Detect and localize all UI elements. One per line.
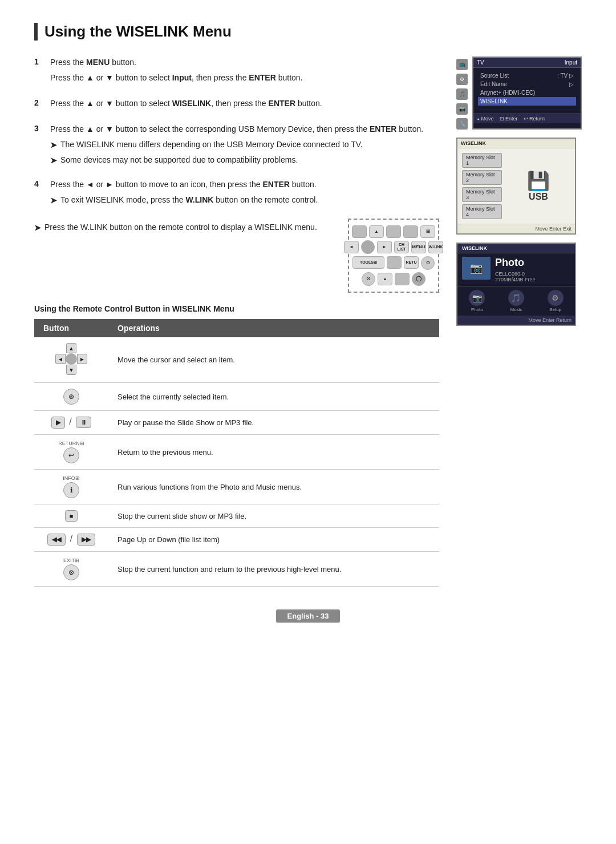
footer-badge: English - 33 (276, 609, 341, 623)
table-row: ◀◀ / ▶▶ Page Up or Down (file list item) (34, 528, 439, 552)
btn-enter-cell: ⊛ (34, 383, 108, 411)
step-2: 2 Press the ▲ or ▼ button to select WISE… (34, 98, 439, 113)
step-4-content: Press the ◄ or ► button to move to an ic… (50, 179, 439, 208)
step-3-number: 3 (34, 123, 44, 133)
dpad-up: ▲ (66, 343, 76, 353)
step-4-number: 4 (34, 179, 44, 188)
rkey-right: ► (377, 241, 392, 253)
rkey-up2: ▲ (378, 273, 392, 285)
source-value: : TV ▷ (557, 72, 574, 79)
page-title: Using the WISELINK Menu (34, 23, 582, 41)
btn-exit-cell: EXIT⊞ ⊗ (34, 552, 108, 587)
setup-circle-icon: ⚙ (548, 290, 564, 306)
ff-button: ▶▶ (77, 534, 95, 546)
tv-footer-enter: ⊡ Enter (500, 116, 518, 122)
music-icon-label: Music (510, 307, 522, 312)
anynet-label: Anynet+ (HDMI-CEC) (480, 90, 535, 96)
tools-icon: 🔧 (456, 118, 468, 130)
rkey-ret-circle: ⊙ (421, 256, 435, 270)
usb-screen-header: WISELINK (457, 139, 575, 148)
play-button: ▶ (51, 417, 65, 429)
photo-screen: WISELINK 📷 Photo CELLC060-0 270MB/4MB Fr… (456, 243, 576, 326)
photo-info-2: 270MB/4MB Free (495, 277, 536, 282)
step-3-note-1: ➤ The WISELINK menu differs depending on… (50, 139, 439, 151)
note-arrow-2: ➤ (50, 155, 57, 167)
note-2-text: Some devices may not be supported due to… (60, 154, 298, 166)
note-arrow-4: ➤ (50, 195, 57, 207)
setup-icon-label: Setup (549, 307, 561, 312)
table-row: ⊛ Select the currently selected item. (34, 383, 439, 411)
photo-icon-music: 🎵 Music (508, 290, 524, 312)
table-row: EXIT⊞ ⊗ Stop the current function and re… (34, 552, 439, 587)
dpad-left: ◄ (55, 354, 66, 364)
editname-arrow: ▷ (569, 81, 574, 87)
step-2-number: 2 (34, 98, 44, 107)
tv-footer-move: ⬥ Move (477, 116, 494, 122)
exit-label: EXIT⊞ (63, 558, 79, 563)
tv-menu-anynet: Anynet+ (HDMI-CEC) (478, 88, 576, 97)
tv-menu-editname: Edit Name ▷ (478, 80, 576, 88)
rewind-button: ◀◀ (47, 534, 66, 546)
remote-note-text-wrap: ➤ Press the W.LINK button on the remote … (34, 219, 339, 236)
tv-menu-source: Source List : TV ▷ (478, 71, 576, 80)
tv-footer-return: ↩ Return (524, 116, 545, 122)
usb-screen: WISELINK Memory Slot 1 Memory Slot 2 Mem… (456, 138, 576, 235)
usb-slot-4: Memory Slot 4 (462, 204, 502, 219)
table-section-title: Using the Remote Control Button in WISEL… (34, 304, 439, 313)
usb-slots: Memory Slot 1 Memory Slot 2 Memory Slot … (462, 153, 502, 219)
table-row: ▶ / ⏸ Play or pause the Slide Show or MP… (34, 411, 439, 435)
dpad-button: ▲ ▼ ◄ ► (55, 343, 87, 375)
step-2-content: Press the ▲ or ▼ button to select WISELI… (50, 98, 439, 113)
usb-drive-icon: 💾 (527, 170, 550, 192)
rkey-left: ◄ (344, 241, 359, 253)
exit-button: ⊗ (63, 564, 79, 580)
step-1-number: 1 (34, 56, 44, 66)
photo-icon-side: 📷 (456, 103, 468, 115)
media-icon: 🎵 (456, 88, 468, 100)
right-column: 📺 ⚙ 🎵 📷 🔧 TV Input Source List : TV ▷ (456, 56, 582, 587)
photo-icons-row: 📷 Photo 🎵 Music ⚙ Setup (457, 286, 575, 316)
tv-header-right: Input (565, 59, 577, 66)
note-arrow-1: ➤ (50, 139, 57, 151)
step-1: 1 Press the MENU button. Press the ▲ or … (34, 56, 439, 87)
usb-slot-2: Memory Slot 2 (462, 170, 502, 185)
photo-info-1: CELLC060-0 (495, 271, 536, 277)
rkey-blank2 (386, 225, 401, 238)
rkey-return: RETU (404, 256, 419, 269)
rkey-blank1 (352, 225, 367, 238)
btn-rwff-cell: ◀◀ / ▶▶ (34, 528, 108, 552)
rkey-exit-circle: ⊙ (362, 272, 375, 286)
btn-info-cell: INFO⊞ ℹ (34, 470, 108, 504)
photo-screen-footer: Move Enter Return (457, 316, 575, 325)
tv-icon: 📺 (456, 59, 468, 70)
dpad-down: ▼ (66, 365, 76, 375)
rkey-blank4 (387, 256, 402, 269)
op-return: Return to the previous menu. (108, 435, 439, 470)
source-label: Source List (480, 72, 509, 79)
photo-icon-label: Photo (471, 307, 483, 312)
editname-label: Edit Name (480, 81, 507, 87)
side-icons: 📺 ⚙ 🎵 📷 🔧 (456, 56, 468, 130)
btn-playpause-cell: ▶ / ⏸ (34, 411, 108, 435)
photo-screen-header: WISELINK (457, 244, 575, 253)
photo-icon-setup: ⚙ Setup (548, 290, 564, 312)
btn-dpad-cell: ▲ ▼ ◄ ► (34, 337, 108, 383)
step-1-sub: Press the ▲ or ▼ button to select Input,… (50, 72, 439, 84)
col-button: Button (34, 319, 108, 337)
rkey-chlist: CH LIST (394, 241, 409, 253)
step-3-main: Press the ▲ or ▼ button to select the co… (50, 123, 439, 135)
op-playpause: Play or pause the Slide Show or MP3 file… (108, 411, 439, 435)
tv-screen-header: TV Input (473, 58, 581, 68)
table-row: INFO⊞ ℹ Run various functions from the P… (34, 470, 439, 504)
photo-thumbnail: 📷 (462, 257, 491, 280)
remote-note: ➤ Press the W.LINK button on the remote … (34, 221, 339, 234)
rkey-grid: ⊞ (420, 225, 435, 238)
step-1-main: Press the MENU button. (50, 56, 439, 68)
table-row: ▲ ▼ ◄ ► Move the cursor and select an it… (34, 337, 439, 383)
usb-slot-1: Memory Slot 1 (462, 153, 502, 168)
tv-input-screen: TV Input Source List : TV ▷ Edit Name ▷ … (472, 56, 582, 130)
step-2-main: Press the ▲ or ▼ button to select WISELI… (50, 98, 439, 110)
remote-note-section: ➤ Press the W.LINK button on the remote … (34, 219, 439, 293)
op-dpad: Move the cursor and select an item. (108, 337, 439, 383)
step-3: 3 Press the ▲ or ▼ button to select the … (34, 123, 439, 168)
